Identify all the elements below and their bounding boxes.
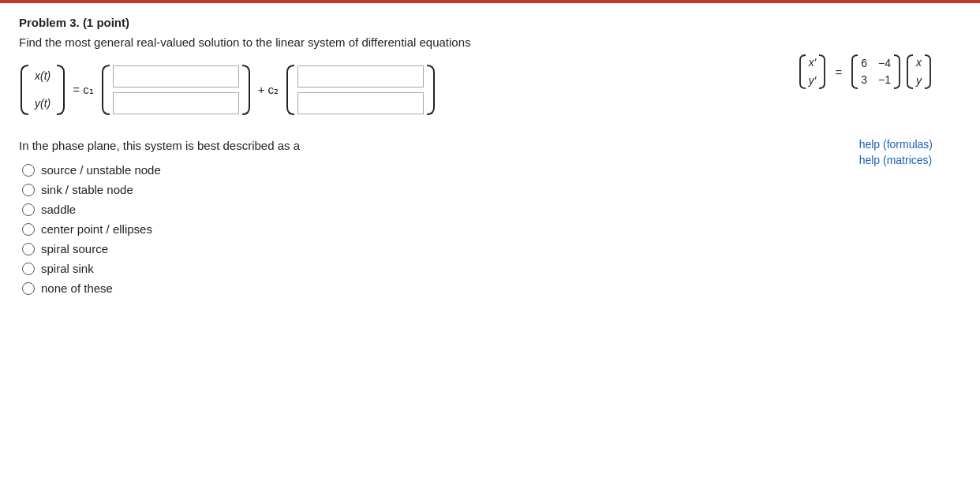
radio-spiral-sink[interactable] [22, 263, 35, 275]
phase-options: source / unstable node sink / stable nod… [22, 163, 961, 295]
iv1-right-bracket [239, 63, 252, 117]
m01: −4 [878, 55, 891, 72]
matrix-values: 6 −4 3 −1 [861, 55, 891, 88]
radio-none-of-these[interactable] [22, 282, 35, 295]
lhs-right-bracket [816, 54, 827, 90]
help-links-section: help (formulas) help (matrices) [859, 138, 933, 166]
option-saddle-label: saddle [41, 203, 76, 216]
coefficient-matrix: 6 −4 3 −1 [850, 54, 902, 90]
m00: 6 [861, 55, 867, 72]
phase-description: In the phase plane, this system is best … [19, 139, 961, 152]
option-sink-stable[interactable]: sink / stable node [22, 183, 961, 196]
problem-points: (1 point) [83, 16, 129, 29]
input-v1-bottom[interactable] [113, 92, 239, 114]
option-center-point-label: center point / ellipses [41, 222, 152, 236]
iv2-right-bracket [424, 63, 436, 117]
help-formulas-link[interactable]: help (formulas) [859, 138, 933, 151]
option-none-of-these[interactable]: none of these [22, 281, 961, 295]
matrix-left-bracket [850, 54, 861, 90]
lhs-vector-values: x′ y′ [809, 54, 817, 89]
m10: 3 [861, 72, 867, 88]
radio-spiral-source[interactable] [22, 243, 35, 255]
radio-source-unstable[interactable] [22, 164, 35, 177]
iv1-left-bracket [100, 63, 113, 117]
help-matrices-link[interactable]: help (matrices) [859, 154, 933, 166]
iv2-left-bracket [285, 63, 297, 117]
page: Problem 3. (1 point) Find the most gener… [0, 0, 980, 492]
option-spiral-sink-label: spiral sink [41, 262, 94, 275]
y-t-label: y(t) [35, 95, 50, 112]
phase-section: In the phase plane, this system is best … [19, 139, 961, 295]
option-source-unstable[interactable]: source / unstable node [22, 163, 961, 177]
input-v1-top[interactable] [113, 65, 239, 88]
top-matrix-equation: x′ y′ = 6 −4 3 −1 [798, 54, 933, 90]
m11: −1 [878, 72, 891, 88]
x-t-label: x(t) [35, 68, 50, 84]
lhs-y-prime: y′ [809, 73, 817, 89]
sol-left-bracket [19, 63, 32, 117]
option-spiral-sink[interactable]: spiral sink [22, 262, 961, 275]
c1-coefficient: = c₁ [73, 83, 93, 97]
sol-right-bracket [54, 63, 66, 117]
option-sink-stable-label: sink / stable node [41, 183, 133, 196]
input-v2-bottom[interactable] [297, 92, 424, 114]
option-spiral-source-label: spiral source [41, 242, 108, 255]
radio-center-point[interactable] [22, 223, 35, 236]
lhs-vector: x′ y′ [798, 54, 828, 90]
problem-description: Find the most general real-valued soluti… [19, 35, 961, 49]
radio-sink-stable[interactable] [22, 184, 35, 196]
option-source-unstable-label: source / unstable node [41, 163, 161, 177]
equals-sign: = [835, 65, 842, 79]
input-vector-2-wrap [285, 63, 436, 117]
xy-labels: x(t) y(t) [32, 68, 54, 112]
radio-saddle[interactable] [22, 203, 35, 216]
option-saddle[interactable]: saddle [22, 203, 961, 216]
option-spiral-source[interactable]: spiral source [22, 242, 961, 255]
option-center-point[interactable]: center point / ellipses [22, 222, 961, 236]
problem-number: Problem 3. [19, 16, 80, 29]
input-vector-2 [297, 65, 424, 114]
rhs-right-bracket [922, 54, 933, 90]
option-none-of-these-label: none of these [41, 281, 113, 295]
c2-coefficient: + c₂ [258, 83, 279, 97]
problem-title: Problem 3. (1 point) [19, 16, 961, 29]
rhs-x: x [916, 54, 922, 71]
rhs-vector-values: x y [916, 54, 922, 89]
solution-vector-wrap: x(t) y(t) [19, 63, 66, 117]
top-bar [0, 0, 980, 3]
rhs-left-bracket [905, 54, 916, 90]
rhs-y: y [916, 73, 922, 89]
input-vector-1-wrap [100, 63, 252, 117]
lhs-left-bracket [798, 54, 809, 90]
lhs-x-prime: x′ [809, 54, 817, 71]
input-vector-1 [113, 65, 239, 114]
rhs-vector: x y [905, 54, 933, 90]
matrix-right-bracket [891, 54, 902, 90]
input-v2-top[interactable] [297, 65, 424, 88]
